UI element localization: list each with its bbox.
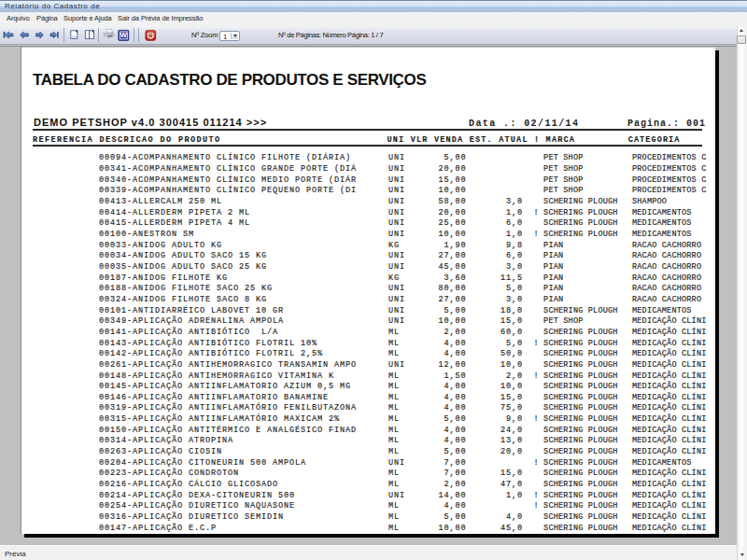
svg-text:W: W <box>120 31 128 39</box>
